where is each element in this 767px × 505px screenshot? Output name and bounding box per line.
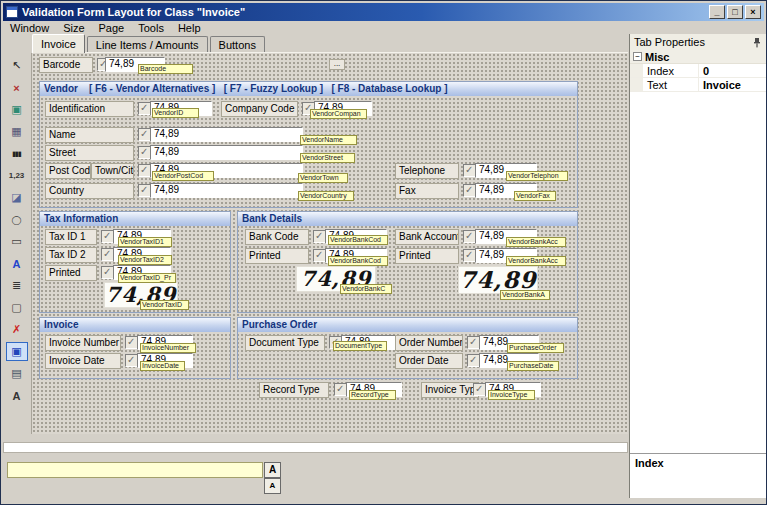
field-label-document-type[interactable]: Document Type <box>245 335 325 351</box>
tag-invoice-date[interactable]: InvoiceDate <box>140 361 185 371</box>
snippet-tool-icon[interactable]: ▣ <box>6 342 28 361</box>
value-name[interactable]: 74,89 <box>150 127 303 142</box>
tag-company-code[interactable]: VendorCompan <box>310 109 367 119</box>
tag-invoice-number[interactable]: InvoiceNumber <box>140 343 196 353</box>
tag-order-date[interactable]: PurchaseDate <box>507 361 559 371</box>
field-label-order-number[interactable]: Order Number <box>395 335 463 351</box>
value-street[interactable]: 74,89 <box>150 145 303 160</box>
pointer-tool-icon[interactable]: ↖ <box>6 56 28 75</box>
tag-barcode[interactable]: Barcode <box>138 64 193 74</box>
field-label-fax[interactable]: Fax <box>395 183 459 199</box>
tag-bank-code[interactable]: VendorBankCod <box>328 235 388 245</box>
tag-fax[interactable]: VendorFax <box>514 191 556 201</box>
font-decrease-button[interactable]: A <box>264 478 281 494</box>
tag-invoice-type[interactable]: InvoiceType <box>488 390 535 400</box>
tag-record-type[interactable]: RecordType <box>349 390 396 400</box>
window-controls: _ □ × <box>709 5 761 19</box>
tag-post-code[interactable]: VendorPostCod <box>152 171 214 181</box>
remove-field-tool-icon[interactable]: ✗ <box>6 320 28 339</box>
calendar-tool-icon[interactable]: ▦ <box>6 122 28 141</box>
tag-town[interactable]: VendorTown <box>298 173 348 183</box>
close-button[interactable]: × <box>745 5 761 19</box>
field-label-company-code[interactable]: Company Code <box>221 101 298 117</box>
property-category-misc[interactable]: − Misc <box>630 50 766 64</box>
field-label-invoice-type[interactable]: Invoice Type <box>421 382 479 398</box>
field-label-tax-id-1[interactable]: Tax ID 1 <box>45 229 97 245</box>
tag-identification[interactable]: VendorID <box>152 108 199 118</box>
tag-country[interactable]: VendorCountry <box>298 191 354 201</box>
tag-tax-snippet[interactable]: VendorTaxID <box>140 300 189 310</box>
tag-bank-code-printed[interactable]: VendorBankCod <box>328 256 388 266</box>
property-value-index[interactable]: 0 <box>699 65 766 77</box>
field-label-town-city[interactable]: Town/Cit <box>91 163 134 179</box>
pin-icon[interactable] <box>752 37 762 48</box>
field-label-bank-account[interactable]: Bank Account <box>395 229 459 245</box>
property-row-index[interactable]: Index 0 <box>630 64 766 78</box>
field-label-street[interactable]: Street <box>45 145 134 161</box>
tag-bank-snippet-2[interactable]: VendorBankA <box>500 290 550 300</box>
tag-bank-snippet-1[interactable]: VendorBankC <box>340 284 392 294</box>
media-tool-icon[interactable]: ▤ <box>6 364 28 383</box>
field-label-bank-account-printed[interactable]: Printed <box>395 248 459 264</box>
field-label-order-date[interactable]: Order Date <box>395 353 463 369</box>
tag-document-type[interactable]: DocumentType <box>333 341 387 351</box>
menu-help[interactable]: Help <box>171 22 208 34</box>
barcode-tool-icon[interactable]: ▮▮▮ <box>6 144 28 163</box>
tag-street[interactable]: VendorStreet <box>300 153 355 163</box>
field-label-post-code[interactable]: Post Code <box>45 163 91 179</box>
field-label-identification[interactable]: Identification <box>45 101 134 117</box>
property-name-index[interactable]: Index <box>643 64 699 77</box>
field-label-tax-id-2[interactable]: Tax ID 2 <box>45 247 97 263</box>
field-label-telephone[interactable]: Telephone <box>395 163 459 179</box>
field-label-invoice-number[interactable]: Invoice Number <box>45 335 121 351</box>
title-bar[interactable]: Validation Form Layout for Class "Invoic… <box>3 3 764 21</box>
field-label-record-type[interactable]: Record Type <box>259 382 329 398</box>
tab-buttons[interactable]: Buttons <box>210 36 265 53</box>
field-label-country[interactable]: Country <box>45 183 134 199</box>
font-increase-button[interactable]: A <box>264 462 281 478</box>
tab-invoice[interactable]: Invoice <box>32 34 85 53</box>
tag-tax-id-1[interactable]: VendorTaxID1 <box>118 237 172 247</box>
tag-name[interactable]: VendorName <box>300 135 357 145</box>
ellipse-tool-icon[interactable]: ◯ <box>6 210 28 229</box>
tag-bank-account-printed[interactable]: VendorBankAcc <box>506 256 566 266</box>
collapse-icon[interactable]: − <box>633 52 642 61</box>
numeric-format-tool-icon[interactable]: 1,23 <box>6 166 28 185</box>
field-label-bank-code-printed[interactable]: Printed <box>245 248 309 264</box>
tag-tax-id-2[interactable]: VendorTaxID2 <box>118 255 172 265</box>
window-title: Validation Form Layout for Class "Invoic… <box>22 6 245 18</box>
property-name-text[interactable]: Text <box>643 78 699 91</box>
unassigned-box[interactable]: ... <box>329 59 345 70</box>
label-tool-icon[interactable]: A <box>6 254 28 273</box>
field-label-barcode[interactable]: Barcode <box>39 57 93 73</box>
field-label-tax-printed[interactable]: Printed <box>45 265 97 281</box>
minimize-button[interactable]: _ <box>709 5 725 19</box>
field-label-name[interactable]: Name <box>45 127 134 143</box>
font-size-tool-icon[interactable]: A <box>6 386 28 405</box>
hint-input-strip[interactable] <box>7 462 263 478</box>
menu-tools[interactable]: Tools <box>131 22 171 34</box>
field-label-invoice-date[interactable]: Invoice Date <box>45 353 121 369</box>
tab-line-items-amounts[interactable]: Line Items / Amounts <box>87 36 208 53</box>
image-tool-icon[interactable]: ◪ <box>6 188 28 207</box>
field-label-bank-code[interactable]: Bank Code <box>245 229 309 245</box>
tag-telephone[interactable]: VendorTelephon <box>506 171 568 181</box>
stamp-tool-icon[interactable]: ▣ <box>6 100 28 119</box>
maximize-button[interactable]: □ <box>727 5 743 19</box>
property-row-margin <box>630 64 643 77</box>
menu-size[interactable]: Size <box>56 22 91 34</box>
list-tool-icon[interactable]: ≣ <box>6 276 28 295</box>
button-tool-icon[interactable]: ▭ <box>6 232 28 251</box>
tag-tax-printed[interactable]: VendorTaxID_Pr <box>118 273 176 283</box>
tag-bank-account[interactable]: VendorBankAcc <box>506 237 566 247</box>
property-value-text[interactable]: Invoice <box>699 79 766 91</box>
validation-form-designer-window: { "v": "74,89", "window": { "title": "Va… <box>0 0 767 505</box>
menu-window[interactable]: Window <box>3 22 56 34</box>
delete-tool-icon[interactable]: × <box>6 78 28 97</box>
value-country[interactable]: 74,89 <box>150 183 303 198</box>
property-row-text[interactable]: Text Invoice <box>630 78 766 92</box>
page-tool-icon[interactable]: ▢ <box>6 298 28 317</box>
menu-bar: Window Size Page Tools Help <box>3 21 764 35</box>
tag-order-number[interactable]: PurchaseOrder <box>507 343 564 353</box>
menu-page[interactable]: Page <box>92 22 132 34</box>
